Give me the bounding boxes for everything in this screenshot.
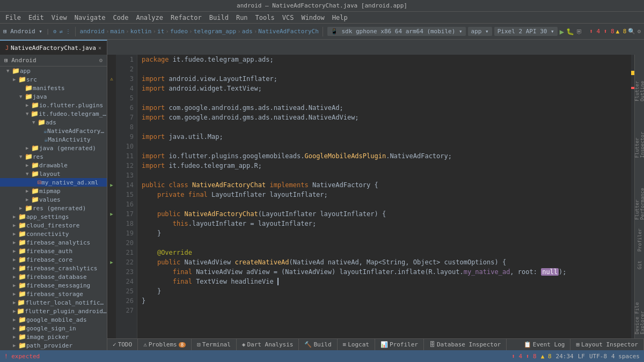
code-line-2 bbox=[142, 64, 627, 74]
sidebar-item-flutter-notif[interactable]: ▶📁flutter_local_notifications bbox=[0, 298, 107, 307]
settings-icon[interactable]: ⚙ bbox=[53, 28, 56, 34]
menu-refactor[interactable]: Refactor bbox=[167, 13, 205, 23]
gutter-14[interactable]: ▶ bbox=[107, 180, 116, 190]
menu-bar: File Edit View Navigate Code Analyze Ref… bbox=[0, 12, 644, 24]
sidebar-item-src[interactable]: ▶ 📁 src bbox=[0, 75, 107, 84]
bc-main[interactable]: main bbox=[111, 28, 125, 35]
bottom-tab-db-inspector[interactable]: 🗄 Database Inspector bbox=[424, 339, 507, 351]
bottom-tab-terminal[interactable]: ⊡ Terminal bbox=[192, 339, 237, 351]
sidebar-item-java[interactable]: ▼ 📁 java bbox=[0, 92, 107, 101]
menu-navigate[interactable]: Navigate bbox=[71, 13, 109, 23]
gutter-17[interactable]: ▶ bbox=[107, 209, 116, 219]
emulator-selector[interactable]: Pixel 2 API 30 ▾ bbox=[494, 27, 558, 36]
bc-factory[interactable]: NativeAdFactoryChat bbox=[258, 28, 318, 35]
menu-help[interactable]: Help bbox=[329, 13, 351, 23]
sidebar-tree[interactable]: ▼ 📁 app ▶ 📁 src 📁 manifests ▼ 📁 java ▶ bbox=[0, 67, 107, 350]
sidebar-item-firebase-storage[interactable]: ▶📁firebase_storage bbox=[0, 290, 107, 298]
menu-analyze[interactable]: Analyze bbox=[133, 13, 166, 23]
app-selector[interactable]: app ▾ bbox=[468, 27, 492, 36]
sidebar-item-native-factory[interactable]: ☕ NativeAdFactoryChat bbox=[0, 127, 107, 135]
menu-run[interactable]: Run bbox=[233, 13, 251, 23]
panel-flutter-perf[interactable]: Flutter Performance bbox=[634, 162, 644, 224]
tab-native-ad-factory[interactable]: J NativeAdFactoryChat.java × bbox=[0, 40, 107, 55]
sidebar-item-flutter-lifecycle[interactable]: ▶📁flutter_plugin_android_lifecycle bbox=[0, 307, 107, 315]
sidebar-item-cloud-firestore[interactable]: ▶📁cloud_firestore bbox=[0, 221, 107, 230]
menu-edit[interactable]: Edit bbox=[25, 13, 47, 23]
bottom-tab-dart[interactable]: ◈ Dart Analysis bbox=[237, 339, 299, 351]
sidebar-item-values[interactable]: ▶ 📁 values bbox=[0, 195, 107, 204]
sidebar-item-it-fudeo[interactable]: ▼ 📁 it.fudeo.telegram_app bbox=[0, 109, 107, 118]
sidebar-item-firebase-db[interactable]: ▶📁firebase_database bbox=[0, 272, 107, 281]
menu-build[interactable]: Build bbox=[206, 13, 232, 23]
menu-file[interactable]: File bbox=[2, 13, 24, 23]
bc-kotlin[interactable]: kotlin bbox=[130, 28, 152, 35]
gutter-25 bbox=[107, 286, 116, 296]
sidebar-item-app-settings[interactable]: ▶📁app_settings bbox=[0, 212, 107, 221]
coverage-button[interactable]: ⛨ bbox=[576, 28, 583, 35]
sidebar-item-firebase-core[interactable]: ▶📁firebase_core bbox=[0, 255, 107, 264]
sidebar-item-mipmap[interactable]: ▶ 📁 mipmap bbox=[0, 187, 107, 195]
sidebar-settings-icon[interactable]: ⚙ bbox=[99, 57, 103, 64]
code-line-12: import it.fudeo.telegram_app.R; bbox=[142, 161, 627, 171]
bc-it[interactable]: it bbox=[157, 28, 164, 35]
bc-ads[interactable]: ads bbox=[242, 28, 253, 35]
sidebar-item-connectivity[interactable]: ▶📁connectivity bbox=[0, 230, 107, 238]
device-selector[interactable]: 📱 sdk gphone x86 64 arm64 (mobile) ▾ bbox=[327, 27, 466, 36]
panel-profiler[interactable]: Profiler bbox=[636, 224, 643, 256]
menu-window[interactable]: Window bbox=[298, 13, 327, 23]
bottom-tab-problems[interactable]: ⚠ Problems 8 bbox=[138, 339, 192, 351]
more-icon[interactable]: ⋮ bbox=[65, 28, 71, 34]
sidebar: ⊞ Android ⚙ ▼ 📁 app ▶ 📁 src 📁 manifests … bbox=[0, 55, 107, 350]
bottom-tab-event-log[interactable]: 📋 Event Log bbox=[518, 339, 571, 351]
sidebar-item-res[interactable]: ▼ 📁 res bbox=[0, 152, 107, 161]
bottom-tab-todo[interactable]: ✓ TODO bbox=[107, 339, 138, 351]
sidebar-item-google-signin[interactable]: ▶📁google_sign_in bbox=[0, 324, 107, 333]
bottom-tab-profiler[interactable]: 📊 Profiler bbox=[375, 339, 424, 351]
bc-fudeo[interactable]: fudeo bbox=[170, 28, 188, 35]
sidebar-item-image-picker[interactable]: ▶📁image_picker bbox=[0, 333, 107, 341]
run-button[interactable]: ▶ bbox=[560, 27, 564, 36]
panel-git[interactable]: Git bbox=[636, 256, 643, 274]
editor: ⚠ ▶ ▶ bbox=[107, 55, 634, 338]
sidebar-item-native-ad-xml[interactable]: ⊟ my_native_ad.xml bbox=[0, 178, 107, 187]
sidebar-item-firebase-msg[interactable]: ▶📁firebase_messaging bbox=[0, 281, 107, 290]
panel-flutter-inspector[interactable]: Flutter Inspector bbox=[634, 106, 644, 162]
sidebar-item-firebase-auth[interactable]: ▶📁firebase_auth bbox=[0, 247, 107, 255]
menu-tools[interactable]: Tools bbox=[252, 13, 278, 23]
sidebar-item-path-provider[interactable]: ▶📁path_provider bbox=[0, 341, 107, 350]
sidebar-item-app[interactable]: ▼ 📁 app bbox=[0, 67, 107, 75]
panel-flutter-outline[interactable]: Flutter Outline bbox=[634, 55, 644, 106]
sidebar-item-manifests[interactable]: 📁 manifests bbox=[0, 84, 107, 92]
sidebar-item-ads[interactable]: ▼ 📁 ads bbox=[0, 118, 107, 127]
sidebar-item-google-ads[interactable]: ▶📁google_mobile_ads bbox=[0, 315, 107, 324]
fi-notif: 📁 bbox=[17, 299, 25, 306]
bottom-tab-logcat[interactable]: ≡ Logcat bbox=[338, 339, 375, 351]
sidebar-item-layout[interactable]: ▼ 📁 layout bbox=[0, 169, 107, 178]
menu-vcs[interactable]: VCS bbox=[279, 13, 297, 23]
sync-icon[interactable]: ⇄ bbox=[60, 28, 63, 34]
sidebar-item-drawable[interactable]: ▶ 📁 drawable bbox=[0, 161, 107, 169]
gutter-11 bbox=[107, 151, 116, 161]
sidebar-item-res-gen[interactable]: ▶ 📁 res (generated) bbox=[0, 204, 107, 212]
java-icon-native: ☕ bbox=[43, 127, 47, 135]
bottom-tab-build[interactable]: 🔨 Build bbox=[299, 339, 337, 351]
menu-view[interactable]: View bbox=[48, 13, 70, 23]
sidebar-item-firebase-analytics[interactable]: ▶📁firebase_analytics bbox=[0, 238, 107, 247]
code-area[interactable]: package it.fudeo.telegram_app.ads; impor… bbox=[137, 55, 631, 338]
menu-code[interactable]: Code bbox=[110, 13, 132, 23]
sidebar-item-flutter-plugins[interactable]: ▶ 📁 io.flutter.plugins bbox=[0, 101, 107, 109]
settings-icon2[interactable]: ⚙ bbox=[637, 28, 641, 35]
sidebar-item-main-activity[interactable]: ☕ MainActivity bbox=[0, 135, 107, 144]
event-icon: 📋 bbox=[524, 341, 531, 348]
bottom-tab-layout-inspector[interactable]: ⊞ Layout Inspector bbox=[570, 339, 644, 351]
search-icon[interactable]: 🔍 bbox=[628, 28, 635, 35]
tab-close-button[interactable]: × bbox=[98, 45, 101, 51]
gutter-8 bbox=[107, 122, 116, 132]
bc-telegram[interactable]: telegram_app bbox=[194, 28, 236, 35]
sidebar-item-java-gen[interactable]: ▶ 📁 java (generated) bbox=[0, 144, 107, 152]
panel-device-explorer[interactable]: Device File Explorer bbox=[634, 274, 644, 338]
debug-button[interactable]: 🐛 bbox=[566, 28, 574, 35]
sidebar-item-firebase-crash[interactable]: ▶📁firebase_crashlytics bbox=[0, 264, 107, 272]
bc-android[interactable]: android bbox=[80, 28, 105, 35]
gutter-22[interactable]: ▶ bbox=[107, 257, 116, 267]
